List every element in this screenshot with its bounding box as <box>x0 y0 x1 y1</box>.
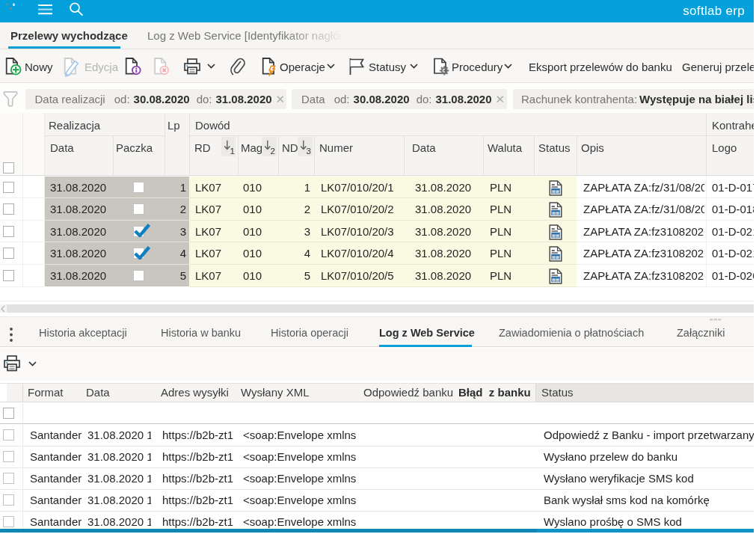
svg-text:1: 1 <box>230 147 235 154</box>
svg-text:2: 2 <box>271 147 275 154</box>
svg-text:3: 3 <box>307 147 311 154</box>
